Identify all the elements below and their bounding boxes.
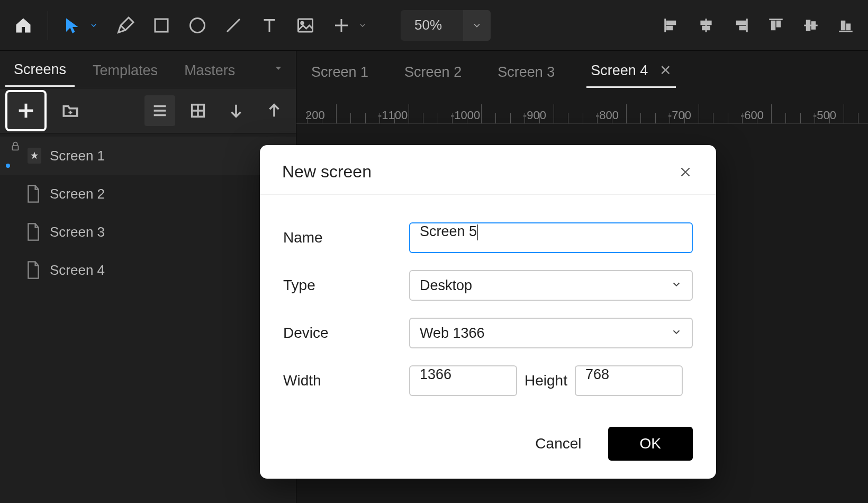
align-center-h-button[interactable]: [690, 10, 722, 41]
document-icon: [25, 261, 41, 280]
grid-view-button[interactable]: [183, 95, 213, 126]
sidebar-toolbar: [0, 88, 296, 133]
new-screen-dialog: New screen Name Screen 5 Type Desktop De…: [260, 145, 716, 479]
name-label: Name: [283, 229, 409, 246]
chevron-down-icon: [671, 277, 682, 294]
ruler-label: -900: [523, 109, 546, 122]
ruler: 200-1100-1000-900-800-700-600-500: [296, 88, 868, 124]
screens-list: Screen 1 Screen 2 Screen 3 Screen 4: [0, 133, 296, 289]
sidebar-tab-screens[interactable]: Screens: [5, 52, 75, 87]
width-label: Width: [283, 372, 409, 389]
svg-rect-22: [846, 24, 850, 30]
ruler-label: -1000: [450, 109, 480, 122]
zoom-control[interactable]: 50%: [401, 10, 491, 41]
svg-rect-29: [13, 146, 19, 150]
svg-rect-19: [811, 21, 815, 29]
height-input[interactable]: 768: [575, 365, 683, 396]
svg-rect-7: [667, 26, 673, 30]
select-tool-dropdown[interactable]: [89, 21, 98, 30]
type-label: Type: [283, 277, 409, 294]
pen-tool[interactable]: [108, 8, 142, 42]
svg-rect-16: [776, 21, 780, 26]
ruler-label: -500: [813, 109, 836, 122]
sidebar-tab-templates[interactable]: Templates: [84, 53, 166, 86]
name-input[interactable]: Screen 5: [409, 222, 693, 253]
svg-rect-10: [702, 26, 710, 30]
align-top-button[interactable]: [760, 10, 792, 41]
document-icon: [25, 184, 41, 203]
screen-name: Screen 1: [50, 148, 105, 164]
sidebar-tab-masters[interactable]: Masters: [176, 53, 243, 86]
lock-icon: [10, 139, 24, 172]
top-toolbar: 50%: [0, 0, 868, 51]
rectangle-tool[interactable]: [144, 8, 178, 42]
width-input[interactable]: 1366: [409, 365, 517, 396]
canvas-tabs: Screen 1 Screen 2 Screen 3 Screen 4 ✕: [296, 51, 868, 88]
svg-point-30: [6, 164, 10, 168]
dialog-title: New screen: [282, 162, 372, 182]
svg-rect-9: [701, 21, 711, 24]
screen-item[interactable]: Screen 2: [0, 175, 296, 213]
svg-point-4: [301, 22, 304, 24]
sidebar-tabs: Screens Templates Masters: [0, 51, 296, 88]
select-tool[interactable]: [56, 8, 89, 42]
ellipse-tool[interactable]: [180, 8, 214, 42]
list-view-button[interactable]: [144, 95, 175, 126]
svg-rect-21: [842, 21, 845, 30]
chevron-down-icon: [671, 325, 682, 342]
sidebar-tabs-dropdown[interactable]: [274, 64, 291, 75]
ruler-label: -700: [668, 109, 691, 122]
ruler-label: -800: [595, 109, 619, 122]
document-icon: [25, 222, 41, 241]
canvas-tab[interactable]: Screen 1: [307, 57, 373, 88]
close-tab-icon[interactable]: ✕: [659, 62, 672, 78]
align-center-v-button[interactable]: [795, 10, 827, 41]
canvas-tab[interactable]: Screen 2: [400, 57, 466, 88]
svg-rect-6: [667, 21, 676, 24]
star-icon[interactable]: [28, 148, 41, 164]
dialog-close-button[interactable]: [677, 164, 694, 181]
device-select[interactable]: Web 1366: [409, 318, 693, 348]
align-right-button[interactable]: [725, 10, 757, 41]
screen-item[interactable]: Screen 4: [0, 251, 296, 289]
screen-name: Screen 3: [50, 224, 105, 240]
add-screen-button[interactable]: [5, 90, 47, 131]
screen-name: Screen 4: [50, 262, 105, 279]
add-tool-dropdown[interactable]: [358, 21, 367, 30]
align-group: [655, 10, 862, 41]
screen-item[interactable]: Screen 1: [0, 137, 296, 175]
add-folder-button[interactable]: [55, 95, 86, 126]
zoom-value[interactable]: 50%: [401, 17, 463, 33]
type-select[interactable]: Desktop: [409, 270, 693, 301]
add-tool[interactable]: [324, 8, 358, 42]
ruler-label: -600: [740, 109, 764, 122]
home-button[interactable]: [6, 8, 40, 42]
align-bottom-button[interactable]: [830, 10, 862, 41]
cancel-button[interactable]: Cancel: [520, 428, 596, 460]
ok-button[interactable]: OK: [608, 427, 693, 461]
svg-rect-18: [807, 20, 810, 31]
svg-rect-15: [772, 21, 775, 30]
zoom-dropdown[interactable]: [463, 10, 491, 41]
svg-rect-13: [739, 26, 745, 30]
sort-down-button[interactable]: [221, 95, 251, 126]
screen-item[interactable]: Screen 3: [0, 213, 296, 251]
height-label: Height: [525, 372, 567, 389]
sort-up-button[interactable]: [259, 95, 290, 126]
svg-line-2: [227, 19, 240, 32]
canvas-tab[interactable]: Screen 4 ✕: [586, 55, 676, 88]
svg-rect-12: [737, 21, 746, 24]
toolbar-divider: [48, 11, 48, 40]
svg-rect-0: [155, 19, 168, 32]
svg-point-1: [191, 18, 205, 32]
align-left-button[interactable]: [655, 10, 687, 41]
image-tool[interactable]: [288, 8, 322, 42]
device-label: Device: [283, 325, 409, 342]
canvas-tab[interactable]: Screen 3: [493, 57, 559, 88]
line-tool[interactable]: [216, 8, 250, 42]
text-tool[interactable]: [252, 8, 286, 42]
ruler-label: -1100: [378, 109, 408, 122]
screen-name: Screen 2: [50, 186, 105, 202]
sidebar: Screens Templates Masters: [0, 51, 296, 503]
